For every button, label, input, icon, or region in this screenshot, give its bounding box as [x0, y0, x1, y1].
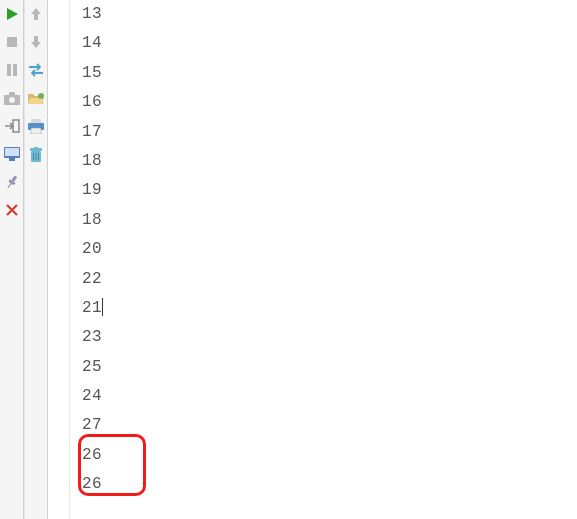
output-line: 19 [76, 176, 577, 205]
pin-button[interactable] [2, 172, 22, 192]
camera-icon [4, 92, 20, 105]
output-value: 27 [82, 416, 102, 434]
svg-rect-10 [9, 158, 15, 161]
board-button[interactable] [2, 144, 22, 164]
trash-icon [29, 147, 43, 162]
text-cursor [102, 298, 103, 316]
output-line: 18 [76, 206, 577, 235]
output-line: 14 [76, 29, 577, 58]
svg-rect-20 [34, 147, 38, 149]
output-value: 26 [82, 446, 102, 464]
svg-point-6 [9, 97, 15, 103]
output-line: 17 [76, 118, 577, 147]
svg-marker-0 [7, 8, 18, 20]
output-line: 20 [76, 235, 577, 264]
pin-icon [5, 175, 19, 189]
output-value: 24 [82, 387, 102, 405]
board-icon [4, 147, 20, 161]
svg-rect-9 [5, 148, 19, 156]
svg-rect-15 [31, 119, 41, 123]
pause-button[interactable] [2, 60, 22, 80]
output-value: 21 [82, 299, 102, 317]
run-icon [5, 7, 19, 21]
output-line: 24 [76, 382, 577, 411]
svg-rect-17 [31, 128, 41, 134]
output-line: 23 [76, 323, 577, 352]
output-value: 26 [82, 475, 102, 493]
svg-rect-5 [9, 92, 15, 96]
output-line: 22 [76, 265, 577, 294]
output-value: 19 [82, 181, 102, 199]
snapshot-button[interactable] [2, 88, 22, 108]
close-button[interactable] [2, 200, 22, 220]
arrow-down-icon [30, 35, 42, 49]
stop-button[interactable] [2, 32, 22, 52]
open-button[interactable] [26, 88, 46, 108]
svg-rect-13 [7, 183, 11, 188]
svg-point-14 [38, 93, 44, 99]
output-value: 23 [82, 328, 102, 346]
move-up-button[interactable] [26, 4, 46, 24]
output-value: 15 [82, 64, 102, 82]
step-into-icon [4, 119, 20, 133]
swap-icon [28, 63, 44, 77]
output-line: 16 [76, 88, 577, 117]
svg-rect-1 [7, 37, 17, 47]
output-value: 22 [82, 270, 102, 288]
arrow-up-icon [30, 7, 42, 21]
output-value: 18 [82, 211, 102, 229]
move-down-button[interactable] [26, 32, 46, 52]
svg-rect-2 [7, 64, 11, 76]
delete-button[interactable] [26, 144, 46, 164]
output-value: 18 [82, 152, 102, 170]
output-line: 15 [76, 59, 577, 88]
pause-icon [6, 63, 18, 77]
run-button[interactable] [2, 4, 22, 24]
step-in-button[interactable] [2, 116, 22, 136]
output-line: 26 [76, 441, 577, 470]
editor-gutter [48, 0, 70, 519]
output-line: 21 [76, 294, 577, 323]
toolbar-column-2 [24, 0, 48, 519]
output-value: 13 [82, 5, 102, 23]
editor-content[interactable]: 1314151617181918202221232524272626 [70, 0, 577, 519]
output-line: 27 [76, 411, 577, 440]
output-line: 18 [76, 147, 577, 176]
swap-button[interactable] [26, 60, 46, 80]
output-line: 13 [76, 0, 577, 29]
output-value: 25 [82, 358, 102, 376]
svg-rect-3 [13, 64, 17, 76]
output-value: 20 [82, 240, 102, 258]
stop-icon [6, 36, 18, 48]
print-button[interactable] [26, 116, 46, 136]
output-line: 26 [76, 470, 577, 499]
output-value: 16 [82, 93, 102, 111]
output-value: 14 [82, 34, 102, 52]
output-line: 25 [76, 353, 577, 382]
print-icon [28, 119, 44, 134]
output-value: 17 [82, 123, 102, 141]
folder-icon [28, 92, 44, 105]
toolbar-column-1 [0, 0, 24, 519]
close-icon [6, 204, 18, 216]
